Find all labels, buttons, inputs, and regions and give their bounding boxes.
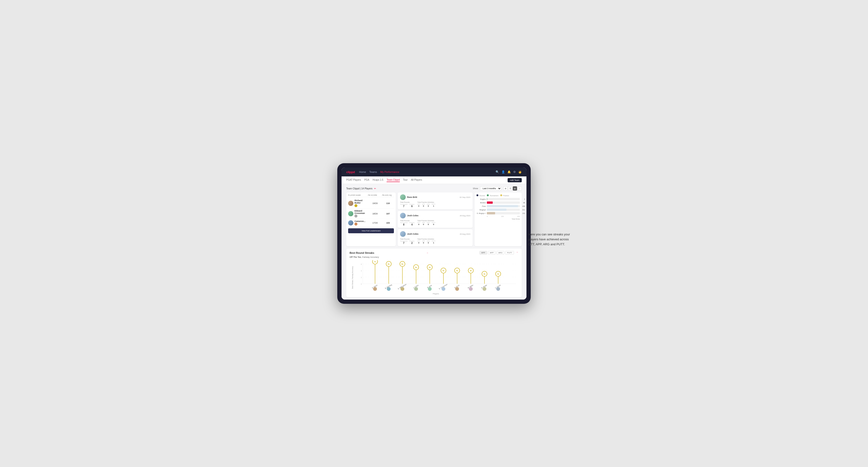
edit-icon[interactable]: ✏: [374, 187, 376, 190]
player-cards-col: Rees Britt 02 Sep 2023 Total Rounds Tour…: [398, 192, 473, 246]
subnav-tour[interactable]: Tour: [403, 178, 408, 182]
bar-chart-col: Rounds Tournament Practice Eagles: [474, 192, 522, 246]
bell-icon[interactable]: 🔔: [507, 170, 511, 174]
nav-my-performance[interactable]: My Performance: [380, 170, 399, 174]
y-axis-label: Best Streak, Fairway Accuracy: [349, 260, 353, 295]
filter-arg[interactable]: ARG: [497, 251, 504, 254]
svg-point-57: [483, 287, 486, 291]
sub-nav-links: PGAT Players PGA Hcaps 1-5 Team Clippd T…: [346, 178, 422, 182]
avatar: [400, 194, 406, 200]
filter-putt[interactable]: PUTT: [505, 251, 514, 254]
search-icon[interactable]: 🔍: [496, 170, 499, 174]
putt-val: 1: [433, 205, 434, 207]
player-date: 02 Sep 2023: [460, 196, 470, 198]
svg-text:3x: 3x: [484, 273, 486, 275]
svg-point-53: [428, 287, 432, 291]
streak-chart: 0 2 4 6 7x E. Ebert: [353, 260, 519, 295]
card-view-btn[interactable]: ▤: [513, 186, 517, 191]
subnav-team-clippd[interactable]: Team Clippd: [386, 178, 400, 182]
grid-view-btn[interactable]: ⊞: [503, 186, 507, 191]
svg-text:6x: 6x: [401, 263, 403, 265]
player-name: Edward Crossman: [354, 210, 368, 214]
bar-label: Eagles: [476, 198, 486, 200]
pb-avg: 103: [382, 222, 394, 224]
add-team-button[interactable]: Add Team: [507, 178, 522, 182]
chart-view-btn[interactable]: ↕: [518, 186, 522, 191]
total-rounds-label: Total Rounds: [400, 220, 414, 221]
svg-text:6x: 6x: [388, 263, 390, 265]
bar-chart-item: Eagles 3: [476, 198, 520, 200]
subnav-all-players[interactable]: All Players: [411, 178, 422, 182]
nav-actions: 🔍 👤 🔔 ⚙ 🧑: [496, 170, 522, 174]
putt-val: 1: [433, 242, 434, 244]
player-info: Edward Crossman 2: [348, 210, 368, 217]
bar-value: 311: [522, 209, 525, 211]
bar-value: 499: [522, 206, 525, 207]
bar-label: D. Bogeys +: [476, 213, 486, 214]
bar-value: 131: [522, 213, 525, 214]
nav-teams[interactable]: Teams: [369, 170, 377, 174]
streaks-title: Best Round Streaks: [349, 251, 374, 254]
svg-point-54: [441, 287, 445, 291]
total-rounds-label: Total Rounds: [400, 201, 414, 203]
player-card: Rees Britt 02 Sep 2023 Total Rounds Tour…: [398, 192, 473, 210]
svg-point-50: [387, 287, 391, 291]
logo: clippd: [346, 170, 355, 174]
subnav-pga[interactable]: PGA: [364, 178, 369, 182]
subnav-hcaps[interactable]: Hcaps 1-5: [373, 178, 383, 182]
bar-label: Birdies: [476, 201, 486, 204]
streak-svg: 0 2 4 6 7x E. Ebert: [353, 260, 519, 291]
svg-point-52: [414, 287, 418, 291]
nav-home[interactable]: Home: [359, 170, 366, 174]
player-info: Cameron... 3: [348, 220, 368, 225]
svg-text:4x: 4x: [442, 270, 444, 272]
nav-links: Home Teams My Performance: [359, 170, 496, 174]
arrow-indicator-right: ←: [516, 251, 519, 254]
x-tick: 400: [517, 216, 520, 217]
svg-text:5x: 5x: [429, 267, 431, 268]
svg-text:3x: 3x: [497, 273, 499, 275]
bar-track: 96: [487, 201, 520, 204]
list-view-btn[interactable]: ☰: [508, 186, 512, 191]
bar-label: Pars: [476, 205, 486, 207]
bar-chart-item: Bogeys 311: [476, 209, 520, 211]
bar-value: 96: [523, 202, 525, 204]
subnav-pgat[interactable]: PGAT Players: [346, 178, 361, 182]
app-val: 0: [423, 223, 424, 225]
settings-icon[interactable]: ⚙: [513, 170, 516, 174]
view-leaderboard-button[interactable]: View Full Leaderboard: [348, 228, 394, 233]
streak-chart-container: Best Streak, Fairway Accuracy: [349, 260, 519, 295]
pc-header: Rees Britt 02 Sep 2023: [400, 194, 470, 200]
avatar: [348, 201, 353, 206]
table-row: Cameron... 3 17/20 103: [348, 219, 394, 227]
putt-val: 0: [433, 223, 434, 225]
svg-text:7x: 7x: [374, 261, 376, 262]
person-icon[interactable]: 👤: [501, 170, 505, 174]
player-name-col-label: PLAYER NAME: [348, 194, 368, 196]
svg-text:4x: 4x: [456, 270, 458, 272]
arg-val: 0: [428, 242, 429, 244]
total-practice-label: Total Practice Activities: [417, 220, 435, 221]
sub-nav: PGAT Players PGA Hcaps 1-5 Team Clippd T…: [342, 177, 526, 184]
player-info: Richard Butler 1: [348, 199, 368, 207]
arg-val: 0: [428, 205, 429, 207]
filter-app[interactable]: APP: [488, 251, 496, 254]
players-x-label: Players: [353, 293, 519, 295]
svg-point-51: [401, 287, 404, 291]
streaks-subtitle: Off The Tee, Fairway Accuracy: [349, 256, 519, 258]
svg-text:4x: 4x: [470, 270, 472, 272]
svg-point-55: [455, 287, 459, 291]
three-col-layout: PLAYER NAME PB SCORE PB AVG SQ Richard B…: [346, 192, 522, 246]
player-date: 26 Aug 2023: [460, 233, 470, 235]
pb-avg: 107: [382, 213, 394, 215]
bar-value: 3: [524, 198, 525, 200]
svg-point-49: [373, 287, 377, 291]
streaks-section: Best Round Streaks ← OTT APP ARG PUTT ←: [346, 249, 522, 297]
svg-text:5x: 5x: [415, 267, 417, 268]
filter-ott[interactable]: OTT: [479, 251, 487, 254]
player-name: Josh Coles: [407, 233, 418, 235]
team-controls: Show Last 3 months ⊞ ☰ ▤ ↕: [473, 186, 522, 191]
avatar-icon[interactable]: 🧑: [518, 170, 522, 174]
tournament-val: 7: [403, 205, 404, 208]
period-select[interactable]: Last 3 months: [480, 186, 501, 191]
